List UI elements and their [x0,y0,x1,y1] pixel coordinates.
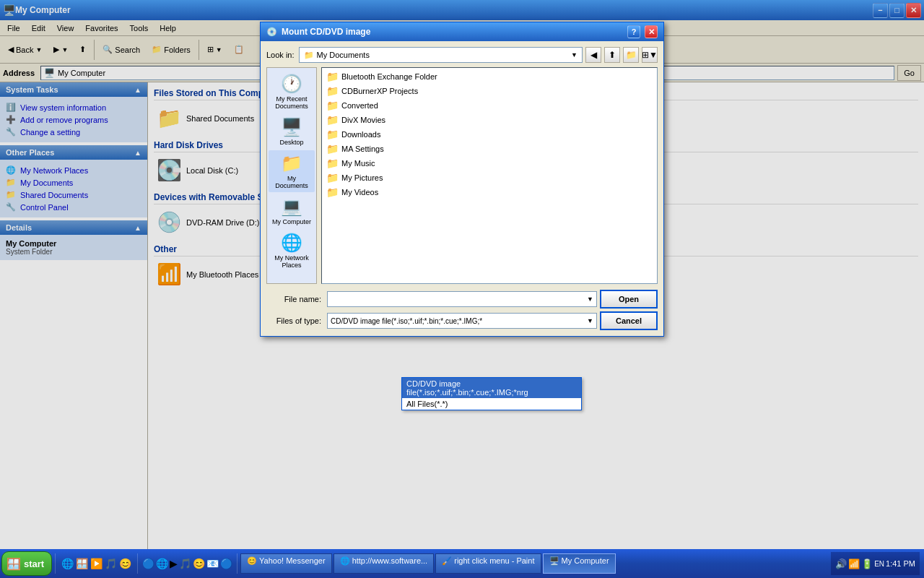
nav-my-computer[interactable]: 💻 My Computer [269,194,315,228]
dialog-left-nav: 🕐 My Recent Documents 🖥️ Desktop 📁 My Do… [266,67,317,284]
nav-my-documents[interactable]: 📁 My Documents [269,150,315,192]
list-item[interactable]: 📁 My Pictures [323,171,655,185]
list-item[interactable]: 📁 My Music [323,156,655,171]
network-places-nav-icon: 🌐 [281,233,302,253]
folder-icon: 📁 [326,71,339,82]
language-indicator[interactable]: EN [874,560,884,568]
file-name: DivX Movies [341,116,385,124]
folder-icon: 📁 [326,100,339,111]
lookin-dropdown-arrow: ▼ [571,51,578,59]
file-name: MA Settings [341,144,384,153]
list-item[interactable]: 📁 My Videos [323,185,655,199]
filename-dropdown-arrow: ▼ [587,296,593,303]
file-name: CDBurnerXP Projects [341,87,418,95]
tray-icon-1[interactable]: 🔊 [835,558,847,569]
lookin-select[interactable]: 📁 My Documents ▼ [299,47,583,63]
list-item[interactable]: 📁 CDBurnerXP Projects [323,84,655,98]
file-name: My Pictures [341,173,383,182]
list-item[interactable]: 📁 DivX Movies [323,113,655,127]
start-button[interactable]: 🪟 start [1,551,52,576]
filetype-select[interactable]: CD/DVD image file(*.iso;*.uif;*.bin;*.cu… [327,313,597,329]
taskbar-right: 🔊 📶 🔋 EN 1:41 PM [831,552,923,575]
dialog-title: Mount CD/DVD image [282,27,623,37]
nav-recent-docs[interactable]: 🕐 My Recent Documents [269,71,315,113]
dropdown-option-1[interactable]: All Files(*.*) [402,398,581,410]
dialog-help-button[interactable]: ? [627,25,640,38]
taskbar-app-icons: 🔵 🌐 ▶ 🎵 😊 📧 🔵 [141,558,234,569]
recent-docs-label: My Recent Documents [271,95,312,110]
file-name: My Videos [341,188,378,197]
dialog-overlay: 💿 Mount CD/DVD image ? ✕ Look in: 📁 My D… [0,0,924,549]
nav-network-places[interactable]: 🌐 My Network Places [269,230,315,272]
dialog-file-list[interactable]: 📁 Bluetooth Exchange Folder 📁 CDBurnerXP… [321,67,658,284]
taskbar-separator-1 [55,553,56,574]
music-icon[interactable]: 🎵 [105,558,117,569]
dialog-back-button[interactable]: ◀ [585,47,601,63]
clock: 1:41 PM [886,559,915,568]
folder-icon: 📁 [326,129,339,140]
dialog-up-button[interactable]: ⬆ [604,47,620,63]
smiley-icon[interactable]: 😊 [119,558,131,569]
taskbar-icon-5[interactable]: 😊 [193,558,205,569]
my-documents-nav-label: My Documents [271,175,312,189]
taskbar-btn-yahoo[interactable]: 😊 Yahoo! Messenger [240,553,331,574]
dialog-new-folder-button[interactable]: 📁 [623,47,639,63]
open-button[interactable]: Open [600,290,658,309]
dropdown-option-0[interactable]: CD/DVD image file(*.iso;*.uif;*.bin;*.cu… [402,378,581,398]
mount-dialog: 💿 Mount CD/DVD image ? ✕ Look in: 📁 My D… [260,22,664,337]
tray-icon-2[interactable]: 📶 [848,558,860,569]
quick-launch: 🌐 🪟 ▶️ 🎵 😊 [58,558,134,569]
taskbar-separator-2 [137,553,138,574]
dialog-body: Look in: 📁 My Documents ▼ ◀ ⬆ 📁 ⊞▼ [261,41,663,336]
my-computer-nav-icon: 💻 [281,197,302,217]
dialog-views-button[interactable]: ⊞▼ [642,47,658,63]
file-name: Downloads [341,130,380,139]
taskbar-icon-4[interactable]: 🎵 [179,558,191,569]
dialog-footer: File name: ▼ Open Files of type: CD/DV [266,284,658,330]
folder-icon: 📁 [326,114,339,126]
taskbar: 🪟 start 🌐 🪟 ▶️ 🎵 😊 🔵 🌐 ▶ 🎵 😊 📧 🔵 😊 Yahoo… [0,549,924,578]
filename-input[interactable]: ▼ [327,291,597,307]
taskbar-btn-http[interactable]: 🌐 http://www.software... [334,553,435,574]
folder-icon: 📁 [326,85,339,97]
list-item[interactable]: 📁 MA Settings [323,142,655,156]
recent-docs-icon: 🕐 [281,74,302,94]
media-player-icon[interactable]: ▶️ [90,558,103,569]
folder-icon: 📁 [326,143,339,155]
time-display: 1:41 PM [886,559,915,568]
taskbar-icon-3[interactable]: ▶ [170,558,178,569]
list-item[interactable]: 📁 Bluetooth Exchange Folder [323,69,655,84]
lookin-folder-icon: 📁 [304,51,314,60]
my-documents-nav-icon: 📁 [281,153,302,173]
main-window: 🖥️ My Computer − □ ✕ File Edit View Favo… [0,0,924,578]
tray-icon-3[interactable]: 🔋 [861,558,873,569]
start-label: start [24,558,44,569]
taskbar-btn-mycomputer[interactable]: 🖥️ My Computer [543,553,616,574]
desktop-label: Desktop [279,139,303,146]
list-item[interactable]: 📁 Converted [323,98,655,113]
filetype-value: CD/DVD image file(*.iso;*.uif;*.bin;*.cu… [331,317,587,325]
windows-icon[interactable]: 🪟 [76,558,88,569]
dialog-close-button[interactable]: ✕ [645,25,658,38]
taskbar-icon-7[interactable]: 🔵 [220,558,232,569]
taskbar-icon-6[interactable]: 📧 [206,558,219,569]
nav-desktop[interactable]: 🖥️ Desktop [269,114,315,149]
filename-text-input[interactable] [331,295,587,303]
file-name: Converted [341,101,378,110]
yahoo-icon: 😊 [247,556,257,565]
folder-icon: 📁 [326,158,339,169]
lookin-label: Look in: [266,51,295,59]
dialog-icon: 💿 [266,27,277,37]
taskbar-icon-2[interactable]: 🌐 [156,558,168,569]
lookin-value: My Documents [317,51,569,59]
ie-icon[interactable]: 🌐 [61,558,74,569]
cancel-button[interactable]: Cancel [600,311,658,330]
file-name: My Music [341,159,375,168]
filetype-label: Files of type: [266,316,324,325]
system-tray: 🔊 📶 🔋 EN 1:41 PM [831,552,920,575]
taskbar-btn-paint[interactable]: 🖌️ right click menu - Paint [435,553,541,574]
list-item[interactable]: 📁 Downloads [323,127,655,142]
taskbar-separator-3 [237,553,237,574]
filetype-dropdown-list[interactable]: CD/DVD image file(*.iso;*.uif;*.bin;*.cu… [401,377,582,410]
taskbar-icon-1[interactable]: 🔵 [142,558,154,569]
